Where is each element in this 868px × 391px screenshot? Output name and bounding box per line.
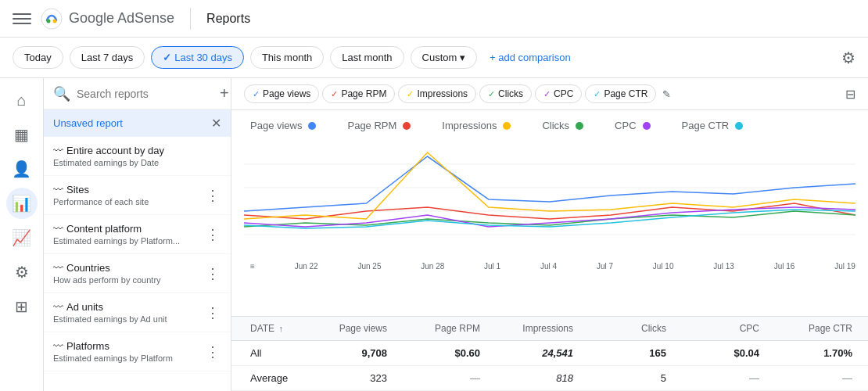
tab-page-rpm[interactable]: ✓ Page RPM [322,84,395,103]
col-header-clicks[interactable]: Clicks [589,323,682,334]
three-dots-menu-icon[interactable]: ⋮ [204,264,221,284]
item-subtitle: Estimated earnings by Date [53,158,221,167]
filter-last30-label: Last 30 days [174,52,232,63]
close-report-icon[interactable]: ✕ [211,116,221,131]
main-layout: ⌂ ▦ 👤 📊 📈 ⚙ ⊞ 🔍 + Unsaved report ✕ 〰 Ent… [0,78,868,391]
top-nav: Google AdSense Reports [0,0,868,38]
sidebar-search-bar: 🔍 + [44,78,231,109]
sort-icon: ↑ [278,324,283,333]
svg-point-0 [41,9,62,29]
check-icon: ✓ [163,52,171,63]
filter-icon[interactable]: ⊟ [845,87,855,102]
check-icon: ✓ [253,89,260,99]
left-nav-reports[interactable]: 📊 [6,188,38,219]
filter-last7[interactable]: Last 7 days [70,46,145,69]
x-axis: ≡ Jun 22 Jun 25 Jun 28 Jul 1 Jul 4 Jul 7… [244,262,855,271]
svg-point-1 [47,19,51,23]
x-label: Jul 10 [653,262,674,271]
chevron-down-icon: ▾ [460,52,465,63]
nav-divider [190,8,191,30]
check-icon: ✓ [543,89,551,99]
three-dots-menu-icon[interactable]: ⋮ [204,303,221,323]
legend-dot-pagectr [735,122,743,130]
left-nav-people[interactable]: 👤 [6,153,38,185]
table-row-average: Average 323 — 818 5 — — [231,366,868,391]
legend-dot-cpc [643,122,651,130]
tab-impressions[interactable]: ✓ Impressions [398,84,476,103]
item-subtitle: How ads perform by country [53,275,204,285]
filter-this-month[interactable]: This month [250,46,324,69]
wave-icon: 〰 [53,145,63,156]
date-header-text: DATE [250,323,274,334]
filter-custom[interactable]: Custom ▾ [411,46,477,69]
x-label: Jul 7 [597,262,613,271]
add-comparison-btn[interactable]: + add comparison [490,52,571,63]
sidebar-item-ad-units[interactable]: 〰 Ad units Estimated earnings by Ad unit… [44,293,231,332]
filter-custom-label: Custom [422,52,457,63]
wave-icon: 〰 [53,340,63,352]
x-label: Jul 4 [540,262,557,271]
legend-dot-impressions [503,122,511,130]
sidebar-item-title: 〰 Countries [53,262,204,274]
search-icon: 🔍 [53,85,70,102]
left-nav-home[interactable]: ⌂ [6,84,38,116]
tab-label: Impressions [417,88,468,99]
search-reports-input[interactable] [77,88,213,100]
edit-metrics-icon[interactable]: ✎ [662,88,671,100]
col-header-impressions[interactable]: Impressions [496,323,589,334]
sidebar-item-content-platform[interactable]: 〰 Content platform Estimated earnings by… [44,215,231,254]
sidebar-item-sites[interactable]: 〰 Sites Performance of each site ⋮ [44,176,231,215]
x-label: Jul 1 [484,262,500,271]
add-report-icon[interactable]: + [220,84,229,102]
item-subtitle: Estimated earnings by Platform [53,353,204,363]
sidebar-item-countries[interactable]: 〰 Countries How ads perform by country ⋮ [44,254,231,293]
col-header-cpc[interactable]: CPC [682,323,775,334]
cell-pageviews-all: 9,708 [310,347,403,359]
tab-page-views[interactable]: ✓ Page views [244,84,319,103]
col-header-date[interactable]: DATE ↑ [231,323,310,334]
cell-impressions-all: 24,541 [496,347,589,359]
three-dots-menu-icon[interactable]: ⋮ [204,185,221,206]
cell-cpc-avg: — [682,372,775,384]
cell-pagectr-all: 1.70% [775,347,868,359]
three-dots-menu-icon[interactable]: ⋮ [204,224,221,245]
metric-tabs-bar: ✓ Page views ✓ Page RPM ✓ Impressions ✓ … [231,78,868,110]
tab-clicks[interactable]: ✓ Clicks [479,84,532,103]
table-row-all: All 9,708 $0.60 24,541 165 $0.04 1.70% [231,341,868,366]
left-nav-settings[interactable]: ⚙ [6,256,38,288]
sidebar-item-content: 〰 Sites Performance of each site [53,184,204,206]
legend-clicks: Clicks [542,120,583,131]
legend-dot-pageviews [308,122,316,130]
wave-icon: 〰 [53,223,63,235]
legend-label: CPC [615,120,636,131]
hamburger-menu[interactable] [13,9,31,28]
filter-last-month[interactable]: Last month [330,46,404,69]
left-nav-extension[interactable]: ⊞ [6,291,38,322]
col-header-pagerpm[interactable]: Page RPM [403,323,496,334]
filter-today[interactable]: Today [13,46,63,69]
left-nav-overview[interactable]: ▦ [6,119,38,150]
three-dots-menu-icon[interactable]: ⋮ [204,342,221,362]
sidebar-item-title: 〰 Sites [53,184,204,196]
sidebar-item-entire-account[interactable]: 〰 Entire account by day Estimated earnin… [44,137,231,176]
legend-label: Clicks [542,120,569,131]
x-label: Jun 25 [357,262,381,271]
tab-label: Clicks [498,88,523,99]
filter-last30[interactable]: ✓ Last 30 days [151,46,244,69]
x-label: Jul 16 [774,262,795,271]
left-nav-trends[interactable]: 📈 [6,222,38,253]
chart-svg [244,141,855,258]
col-header-pageviews[interactable]: Page views [310,323,403,334]
col-header-pagectr[interactable]: Page CTR [775,323,868,334]
sidebar-active-report[interactable]: Unsaved report ✕ [44,109,231,137]
legend-label: Page CTR [682,120,730,131]
settings-gear-icon[interactable]: ⚙ [841,48,855,67]
tab-page-ctr[interactable]: ✓ Page CTR [585,84,656,103]
table-header-row: DATE ↑ Page views Page RPM Impressions C… [231,317,868,341]
legend-page-views: Page views [250,120,316,131]
legend-cpc: CPC [615,120,650,131]
sidebar-item-platforms[interactable]: 〰 Platforms Estimated earnings by Platfo… [44,332,231,371]
tab-cpc[interactable]: ✓ CPC [535,84,582,103]
cell-clicks-all: 165 [589,347,682,359]
item-title-text: Countries [66,262,110,274]
